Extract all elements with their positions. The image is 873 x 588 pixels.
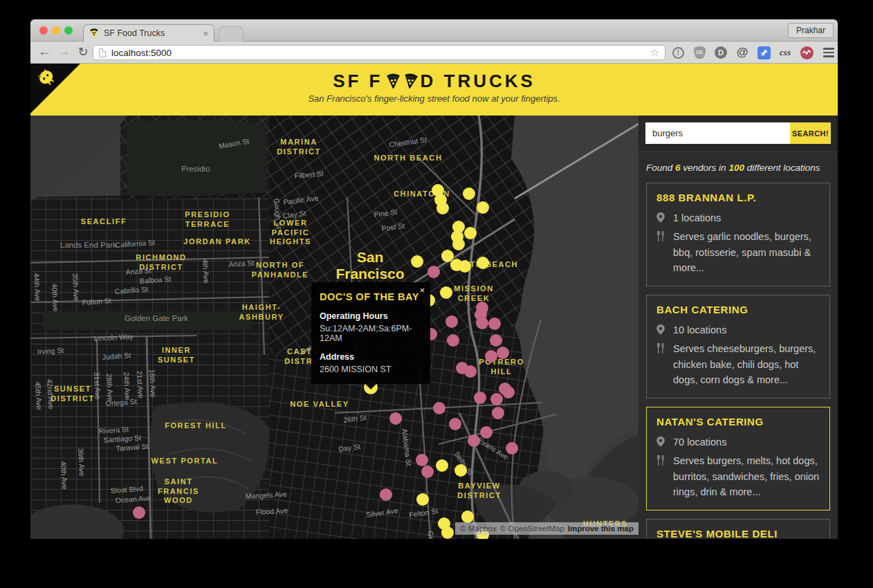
- street-label: 45th Ave: [34, 381, 44, 410]
- improve-map-link[interactable]: Improve this map: [568, 524, 634, 533]
- map-marker[interactable]: [445, 315, 458, 328]
- mapbox-attribution[interactable]: © Mapbox: [460, 524, 497, 533]
- district-label: NORTH OFPANHANDLE: [252, 261, 309, 279]
- menu-icon[interactable]: [820, 44, 837, 61]
- map-marker[interactable]: [464, 227, 477, 239]
- map-marker[interactable]: [461, 511, 474, 523]
- forward-button[interactable]: →: [55, 44, 72, 59]
- map-marker[interactable]: [133, 506, 145, 519]
- css-extension-icon[interactable]: css: [777, 44, 793, 61]
- street-label: Flood Ave: [255, 506, 288, 516]
- search-button[interactable]: SEARCH!: [790, 122, 831, 144]
- location-pin-icon: [656, 210, 665, 226]
- app-title-right: D TRUCKS: [421, 71, 535, 92]
- at-extension-icon[interactable]: @: [734, 44, 751, 61]
- map-marker[interactable]: [428, 266, 440, 278]
- popup-address-label: Address: [320, 352, 422, 362]
- browser-window: SF Food Trucks × Prakhar ← → ↻ localhost…: [30, 19, 838, 539]
- map-marker[interactable]: [411, 255, 423, 268]
- new-tab-button[interactable]: [219, 26, 243, 42]
- app-subtitle: San Francisco's finger-licking street fo…: [30, 93, 838, 104]
- map-marker[interactable]: [477, 257, 489, 269]
- district-label: SEACLIFF: [81, 217, 127, 226]
- pizza-favicon-icon: [89, 28, 99, 38]
- map-marker[interactable]: [497, 347, 509, 359]
- vendor-locations: 70 locations: [673, 434, 726, 450]
- district-label: BAYVIEWDISTRICT: [457, 481, 502, 499]
- street-label: 4th Ave: [201, 259, 211, 284]
- reload-button[interactable]: ↻: [75, 44, 91, 59]
- map-marker[interactable]: [421, 466, 434, 478]
- map-marker[interactable]: [447, 334, 459, 347]
- map-marker[interactable]: [454, 464, 467, 477]
- street-label: 24th Ave: [122, 371, 132, 400]
- d-badge-extension-icon[interactable]: D: [713, 44, 729, 61]
- bookmark-star-icon[interactable]: ☆: [650, 46, 659, 59]
- map-marker[interactable]: [476, 317, 488, 329]
- profile-button[interactable]: Prakhar: [788, 23, 834, 38]
- map-marker[interactable]: [463, 187, 475, 200]
- map-marker[interactable]: [433, 402, 445, 414]
- street-label: Irving St: [37, 346, 64, 356]
- map-marker[interactable]: [480, 426, 493, 439]
- map-marker[interactable]: [468, 434, 480, 447]
- minimize-window-button[interactable]: [52, 26, 60, 35]
- search-input[interactable]: [645, 122, 790, 144]
- district-label: LOWERPACIFICHEIGHTS: [270, 219, 311, 246]
- district-label: NOE VALLEY: [290, 400, 349, 408]
- map-marker[interactable]: [490, 334, 502, 347]
- vendor-count: 6: [675, 163, 681, 173]
- map-marker[interactable]: [477, 201, 489, 214]
- pulse-extension-icon[interactable]: [798, 44, 815, 61]
- map-marker[interactable]: [449, 418, 461, 430]
- map-marker[interactable]: [441, 250, 454, 262]
- pin-extension-icon[interactable]: [755, 44, 772, 61]
- vendor-card[interactable]: 888 BRANNAN L.P. 1 locations Serves garl…: [646, 183, 830, 286]
- url-bar[interactable]: localhost:5000 ☆: [93, 45, 665, 60]
- vendor-card[interactable]: NATAN'S CATERING 70 locations Serves bur…: [646, 407, 830, 511]
- vendor-name: NATAN'S CATERING: [656, 416, 820, 428]
- map[interactable]: Mason StChestnut StFilbert StGough StPac…: [30, 116, 638, 539]
- street-label: 35th Ave: [71, 273, 81, 301]
- map-marker[interactable]: [441, 526, 454, 539]
- map-marker[interactable]: [502, 386, 515, 398]
- utensils-icon: [656, 453, 665, 499]
- close-window-button[interactable]: [39, 26, 48, 35]
- map-marker[interactable]: [492, 407, 504, 419]
- map-marker[interactable]: [389, 412, 402, 425]
- map-marker[interactable]: [459, 260, 471, 273]
- vendor-serves: Serves burgers, melts, hot dogs, burrito…: [673, 453, 820, 499]
- popup-close-icon[interactable]: ×: [420, 286, 425, 295]
- map-marker[interactable]: [440, 286, 452, 299]
- vendor-card[interactable]: BACH CATERING 10 locations Serves cheese…: [646, 295, 830, 398]
- map-marker[interactable]: [380, 488, 392, 501]
- district-label: HAIGHT-ASHBURY: [239, 303, 284, 321]
- vendor-name: BACH CATERING: [656, 304, 820, 315]
- back-button[interactable]: ←: [36, 44, 53, 59]
- browser-tab[interactable]: SF Food Trucks ×: [83, 24, 214, 42]
- map-marker[interactable]: [506, 442, 518, 454]
- map-marker[interactable]: [436, 459, 448, 472]
- tab-close-icon[interactable]: ×: [203, 28, 208, 39]
- map-marker[interactable]: [436, 202, 449, 214]
- district-label: NORTH BEACH: [374, 154, 443, 162]
- url-text[interactable]: localhost:5000: [111, 48, 645, 58]
- map-marker[interactable]: [464, 365, 477, 378]
- map-marker[interactable]: [488, 318, 501, 330]
- shield-extension-icon[interactable]: UD: [691, 44, 708, 61]
- zoom-window-button[interactable]: [64, 26, 73, 35]
- map-marker[interactable]: [416, 493, 429, 506]
- map-marker[interactable]: [474, 392, 486, 404]
- map-marker[interactable]: [485, 350, 497, 362]
- vendor-card[interactable]: STEVE'S MOBILE DELI 14 locations Serves …: [646, 519, 830, 539]
- map-marker[interactable]: [452, 238, 465, 250]
- page-content: SF F D TRUCKS San Francisco's finger-lic…: [30, 64, 838, 539]
- popup-hours-value: Su:12AM-2AM;Sa:6PM-12AM: [320, 324, 422, 343]
- map-marker[interactable]: [490, 393, 503, 405]
- utensils-icon: [656, 341, 665, 387]
- street-label: Lands End Park: [60, 241, 117, 249]
- info-extension-icon[interactable]: !: [670, 44, 686, 61]
- map-marker[interactable]: [416, 454, 428, 466]
- osm-attribution[interactable]: © OpenStreetMap: [500, 524, 564, 533]
- vendor-serves: Serves cheeseburgers, burgers, chicken b…: [673, 341, 820, 387]
